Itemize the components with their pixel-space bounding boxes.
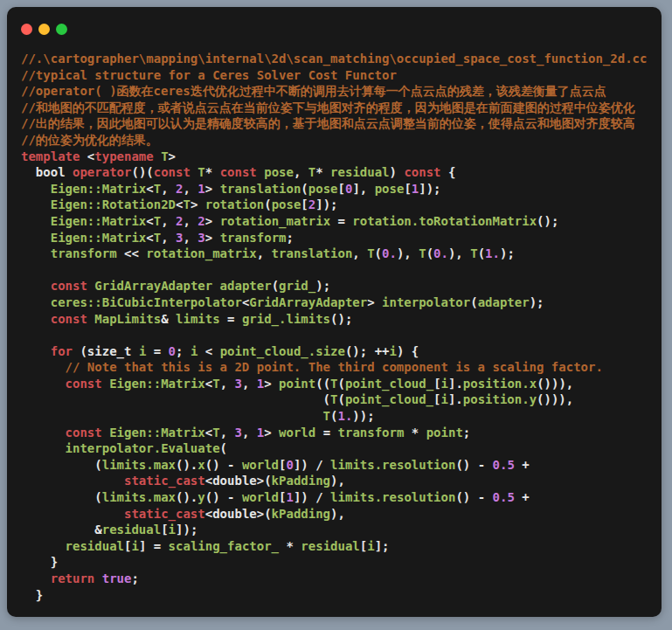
code-line: } [21, 587, 648, 604]
code-line: template <typename T> [21, 149, 648, 165]
code-line: bool operator()(const T* const pose, T* … [21, 164, 648, 181]
code-line: transform << rotation_matrix, translatio… [21, 246, 648, 262]
code-line: (T(point_cloud_[i].position.y())), [21, 391, 648, 408]
code-line: //和地图的不匹配程度，或者说点云点在当前位姿下与地图对齐的程度，因为地图是在前… [21, 100, 648, 116]
code-line: T(1.)); [21, 408, 648, 425]
code-line: const MapLimits& limits = grid_.limits()… [21, 311, 648, 328]
close-button[interactable] [21, 24, 32, 35]
window-controls [21, 23, 648, 35]
code-line: (limits.max().x() - world[0]) / limits.r… [21, 457, 648, 474]
code-line: static_cast<double>(kPadding), [21, 473, 648, 489]
code-line: const Eigen::Matrix<T, 3, 1> point((T(po… [21, 376, 648, 392]
code-line: &residual[i]); [21, 522, 648, 538]
code-line: //operator( )函数在ceres迭代优化过程中不断的调用去计算每一个点… [21, 83, 648, 100]
code-line: } [21, 554, 648, 571]
code-line: //.\cartographer\mapping\internal\2d\sca… [21, 51, 648, 67]
code-line: ceres::BiCubicInterpolator<GridArrayAdap… [21, 294, 648, 311]
code-line: //typical structure for a Ceres Solver C… [21, 67, 648, 84]
code-block: //.\cartographer\mapping\internal\2d\sca… [21, 51, 648, 603]
code-line: //的位姿为优化的结果。 [21, 132, 648, 149]
code-line: //出的结果，因此地图可以认为是精确度较高的，基于地图和点云点调整当前的位姿，使… [21, 115, 648, 132]
code-window: //.\cartographer\mapping\internal\2d\sca… [7, 7, 662, 617]
code-line: interpolator.Evaluate( [21, 440, 648, 457]
code-line: Eigen::Matrix<T, 2, 2> rotation_matrix =… [21, 213, 648, 230]
code-line: Eigen::Rotation2D<T> rotation(pose[2]); [21, 197, 648, 213]
code-line: static_cast<double>(kPadding), [21, 506, 648, 523]
minimize-button[interactable] [38, 24, 50, 35]
code-line: // Note that this is a 2D point. The thi… [21, 359, 648, 376]
code-line: return true; [21, 571, 648, 587]
zoom-button[interactable] [56, 24, 67, 35]
code-line: for (size_t i = 0; i < point_cloud_.size… [21, 343, 648, 360]
code-line: Eigen::Matrix<T, 3, 3> transform; [21, 230, 648, 246]
code-line: (limits.max().y() - world[1]) / limits.r… [21, 489, 648, 506]
code-line: const GridArrayAdapter adapter(grid_); [21, 278, 648, 294]
code-line [21, 262, 648, 279]
code-line [21, 327, 648, 343]
code-line: const Eigen::Matrix<T, 3, 1> world = tra… [21, 425, 648, 441]
code-line: Eigen::Matrix<T, 2, 1> translation(pose[… [21, 181, 648, 197]
code-line: residual[i] = scaling_factor_ * residual… [21, 538, 648, 555]
